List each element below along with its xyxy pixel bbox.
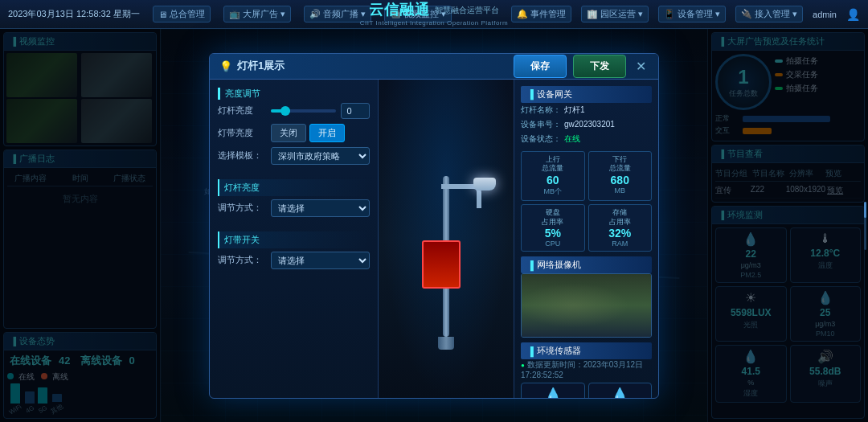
connect-icon: 🔌 xyxy=(741,9,752,19)
strip-method-select[interactable]: 请选择 xyxy=(271,252,370,269)
upload-label: 上行总流量 xyxy=(525,155,581,174)
brightness-ctrl-row: 灯杆亮度 xyxy=(218,103,370,119)
cpu-label: 硬盘占用率 xyxy=(525,208,581,227)
lamp-icon: 💡 xyxy=(219,60,232,72)
device-id-row: 设备串号： gw202303201 xyxy=(521,117,652,132)
save-button[interactable]: 保存 xyxy=(514,55,567,78)
brightness-slider[interactable] xyxy=(271,109,336,113)
lamp-modal: 💡 灯杆1展示 保存 下发 ✕ 亮度调节 灯杆亮度 xyxy=(209,53,659,399)
user-icon: 👤 xyxy=(846,8,860,21)
close-button[interactable]: ✕ xyxy=(633,58,649,74)
lamp-visualization xyxy=(379,80,514,398)
bell-icon: 🔔 xyxy=(517,9,528,19)
brightness-section: 亮度调节 灯杆亮度 灯带亮度 关闭 xyxy=(218,88,370,170)
lamp-board xyxy=(422,240,461,289)
ram-label: 存储占用率 xyxy=(592,208,649,227)
audio-icon: 🔊 xyxy=(309,9,321,19)
strip-method-row: 调节方式： 请选择 xyxy=(218,252,370,269)
display-icon: 📺 xyxy=(229,9,240,19)
stat-ram: 存储占用率 32% RAM xyxy=(588,204,653,252)
logo-sub2: 智慧融合运营平台 xyxy=(435,6,499,15)
strategy-label: 选择模板： xyxy=(218,150,266,162)
strip-method-label: 调节方式： xyxy=(218,254,266,266)
strip-switch-section: 灯带开关 调节方式： 请选择 xyxy=(218,228,370,274)
upload-value: 60 xyxy=(525,174,581,186)
light-switch-row: 灯带亮度 关闭 开启 xyxy=(218,124,370,142)
lamp-model xyxy=(438,176,454,350)
camera-preview xyxy=(521,273,652,338)
modal-body: 亮度调节 灯杆亮度 灯带亮度 关闭 xyxy=(210,80,658,398)
nav-access[interactable]: 🔌 接入管理 ▾ xyxy=(735,6,803,23)
device-status-row: 设备状态： 在线 xyxy=(521,132,652,146)
strip-switch-title: 灯带开关 xyxy=(218,231,370,248)
env-sensor-section: 环境传感器 ● 数据更新时间：2023年03月12日 17:28:52:52 💧… xyxy=(521,342,652,397)
toggle-row: 关闭 开启 xyxy=(271,124,345,142)
modal-info-panel: 设备网关 灯杆名称： 灯杆1 设备串号： gw202303201 xyxy=(514,80,658,398)
lamp-base xyxy=(438,337,454,350)
logo-sub: CIIT Intelligent Integration Operation P… xyxy=(360,19,508,27)
camera-title: 网络摄像机 xyxy=(521,256,652,273)
cpu-name: CPU xyxy=(525,240,581,248)
strategy-select[interactable]: 深圳市政府策略 xyxy=(271,147,370,165)
download-label: 下行总流量 xyxy=(592,155,649,174)
light-switch-label: 灯带亮度 xyxy=(218,127,266,139)
pm25-reading-icon: 💧 xyxy=(544,387,562,397)
nav-events[interactable]: 🔔 事件管理 xyxy=(511,6,571,23)
upload-unit: MB个 xyxy=(525,186,581,197)
camera-image xyxy=(522,274,651,337)
modal-actions-top: 保存 下发 ✕ xyxy=(514,55,649,78)
gateway-section: 设备网关 灯杆名称： 灯杆1 设备串号： gw202303201 xyxy=(521,86,652,146)
top-bar-right: 🔔 事件管理 🏢 园区运营 ▾ 📱 设备管理 ▾ 🔌 接入管理 ▾ admin … xyxy=(511,6,860,23)
nav-device[interactable]: 📱 设备管理 ▾ xyxy=(658,6,726,23)
switch-on-btn[interactable]: 开启 xyxy=(309,124,345,142)
device-id-key: 设备串号： xyxy=(521,117,561,132)
cpu-value: 5% xyxy=(525,227,581,240)
modal-titlebar: 💡 灯杆1展示 保存 下发 ✕ xyxy=(210,54,658,80)
main-layout: 视频监控 广播日志 xyxy=(0,29,868,422)
brightness-title: 亮度调节 xyxy=(218,88,370,100)
lamp-brightness-section: 灯杆亮度 调节方式： 请选择 xyxy=(218,176,370,222)
nav-screen-mgmt[interactable]: 🖥 总合管理 xyxy=(153,6,211,23)
device-name-val: 灯杆1 xyxy=(564,103,585,117)
device-stats-grid: 上行总流量 60 MB个 下行总流量 680 MB 硬盘占用率 5% C xyxy=(521,151,652,252)
env-readings-grid: 💧 μg/m3 PM2.5 💧 μg/m3 PM10 xyxy=(521,383,652,397)
send-button[interactable]: 下发 xyxy=(573,55,626,78)
device-name-row: 灯杆名称： 灯杆1 xyxy=(521,103,652,117)
modal-controls: 亮度调节 灯杆亮度 灯带亮度 关闭 xyxy=(210,80,379,398)
modal-title-text: 灯杆1展示 xyxy=(237,59,285,73)
nav-zone[interactable]: 🏢 园区运营 ▾ xyxy=(581,6,649,23)
nav-big-screen[interactable]: 📺 大屏广告 ▾ xyxy=(223,6,291,23)
brightness-input[interactable] xyxy=(341,103,370,119)
device-status-key: 设备状态： xyxy=(521,132,561,146)
ram-value: 32% xyxy=(592,227,649,240)
slider-thumb xyxy=(280,106,290,116)
stat-download: 下行总流量 680 MB xyxy=(588,151,653,201)
username: admin xyxy=(813,10,837,19)
pm10-reading-icon: 💧 xyxy=(611,387,628,397)
pm25-reading: 💧 μg/m3 PM2.5 xyxy=(521,383,585,397)
screen-icon: 🖥 xyxy=(158,10,167,19)
gateway-title: 设备网关 xyxy=(521,86,652,103)
download-value: 680 xyxy=(592,174,649,186)
device-icon: 📱 xyxy=(664,9,675,19)
stat-cpu: 硬盘占用率 5% CPU xyxy=(521,204,585,252)
datetime: 2023年03月13日 12:58:32 星期一 xyxy=(8,8,140,20)
modal-title-area: 💡 灯杆1展示 xyxy=(219,59,285,73)
strategy-row: 选择模板： 深圳市政府策略 xyxy=(218,147,370,165)
logo-cn: 云信融通 xyxy=(369,2,430,19)
logo-area: 云信融通 智慧融合运营平台 CIIT Intelligent Integrati… xyxy=(360,2,508,27)
lamp-method-label: 调节方式： xyxy=(218,202,266,214)
pm10-reading: 💧 μg/m3 PM10 xyxy=(588,383,653,397)
device-name-key: 灯杆名称： xyxy=(521,103,561,117)
lamp-brightness-title: 灯杆亮度 xyxy=(218,179,370,196)
ram-name: RAM xyxy=(592,240,649,248)
switch-off-btn[interactable]: 关闭 xyxy=(271,124,306,142)
env-update-time: ● 数据更新时间：2023年03月12日 17:28:52:52 xyxy=(521,359,652,379)
stat-upload: 上行总流量 60 MB个 xyxy=(521,151,585,201)
modal-overlay: 💡 灯杆1展示 保存 下发 ✕ 亮度调节 灯杆亮度 xyxy=(0,29,868,422)
building-icon: 🏢 xyxy=(587,9,598,19)
lamp-method-select[interactable]: 请选择 xyxy=(271,199,370,217)
lamp-head xyxy=(473,178,496,191)
device-id-val: gw202303201 xyxy=(564,117,615,132)
download-unit: MB xyxy=(592,186,649,195)
